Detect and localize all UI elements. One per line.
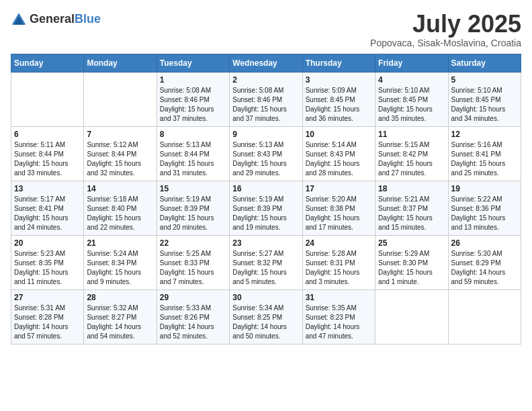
calendar-cell: 19Sunrise: 5:22 AM Sunset: 8:36 PM Dayli… [448,181,521,235]
logo-general: General [30,12,75,26]
day-number: 12 [451,130,518,139]
col-header-wednesday: Wednesday [230,54,302,72]
day-number: 20 [14,238,81,248]
day-number: 1 [160,75,226,85]
cell-content: Sunrise: 5:22 AM Sunset: 8:36 PM Dayligh… [451,195,518,232]
calendar-cell: 11Sunrise: 5:15 AM Sunset: 8:42 PM Dayli… [375,126,448,181]
cell-content: Sunrise: 5:17 AM Sunset: 8:41 PM Dayligh… [14,195,81,232]
day-number: 4 [378,75,445,85]
page-header: GeneralBlue July 2025 Popovaca, Sisak-Mo… [11,11,521,48]
cell-content: Sunrise: 5:16 AM Sunset: 8:41 PM Dayligh… [451,140,518,178]
cell-content: Sunrise: 5:09 AM Sunset: 8:45 PM Dayligh… [306,86,372,124]
calendar-cell: 24Sunrise: 5:28 AM Sunset: 8:31 PM Dayli… [302,235,375,289]
day-number: 30 [232,293,299,302]
day-number: 2 [232,75,299,85]
col-header-friday: Friday [375,54,448,72]
day-number: 25 [378,238,445,248]
calendar-cell: 21Sunrise: 5:24 AM Sunset: 8:34 PM Dayli… [84,235,157,289]
calendar-cell: 26Sunrise: 5:30 AM Sunset: 8:29 PM Dayli… [448,235,521,289]
calendar-cell [84,72,157,126]
cell-content: Sunrise: 5:32 AM Sunset: 8:27 PM Dayligh… [87,304,153,341]
cell-content: Sunrise: 5:11 AM Sunset: 8:44 PM Dayligh… [14,140,81,178]
calendar-cell: 29Sunrise: 5:33 AM Sunset: 8:26 PM Dayli… [157,289,229,344]
month-title: July 2025 [370,11,521,38]
calendar-cell [375,289,448,344]
calendar-cell: 27Sunrise: 5:31 AM Sunset: 8:28 PM Dayli… [11,289,84,344]
day-number: 18 [378,184,445,193]
calendar-cell: 13Sunrise: 5:17 AM Sunset: 8:41 PM Dayli… [11,181,84,235]
day-number: 28 [87,293,153,302]
col-header-tuesday: Tuesday [157,54,229,72]
cell-content: Sunrise: 5:27 AM Sunset: 8:32 PM Dayligh… [232,249,299,287]
day-number: 10 [306,130,372,139]
logo-text: GeneralBlue [30,12,101,26]
calendar-cell [448,289,521,344]
day-number: 31 [306,293,372,302]
calendar-cell: 4Sunrise: 5:10 AM Sunset: 8:45 PM Daylig… [375,72,448,126]
day-number: 7 [87,130,153,139]
logo: GeneralBlue [11,11,101,27]
calendar-cell: 12Sunrise: 5:16 AM Sunset: 8:41 PM Dayli… [448,126,521,181]
cell-content: Sunrise: 5:34 AM Sunset: 8:25 PM Dayligh… [232,304,299,341]
day-number: 21 [87,238,153,248]
calendar-cell: 9Sunrise: 5:13 AM Sunset: 8:43 PM Daylig… [230,126,302,181]
calendar-cell: 16Sunrise: 5:19 AM Sunset: 8:39 PM Dayli… [230,181,302,235]
calendar-cell: 22Sunrise: 5:25 AM Sunset: 8:33 PM Dayli… [157,235,229,289]
cell-content: Sunrise: 5:10 AM Sunset: 8:45 PM Dayligh… [451,86,518,124]
cell-content: Sunrise: 5:08 AM Sunset: 8:46 PM Dayligh… [232,86,299,124]
title-block: July 2025 Popovaca, Sisak-Moslavina, Cro… [370,11,521,48]
cell-content: Sunrise: 5:21 AM Sunset: 8:37 PM Dayligh… [378,195,445,232]
day-number: 27 [14,293,81,302]
logo-icon [11,11,27,27]
day-number: 8 [160,130,226,139]
calendar-cell: 5Sunrise: 5:10 AM Sunset: 8:45 PM Daylig… [448,72,521,126]
cell-content: Sunrise: 5:19 AM Sunset: 8:39 PM Dayligh… [160,195,226,232]
col-header-thursday: Thursday [302,54,375,72]
calendar-header-row: SundayMondayTuesdayWednesdayThursdayFrid… [11,54,521,72]
day-number: 3 [306,75,372,85]
calendar-cell [11,72,84,126]
calendar-week-1: 1Sunrise: 5:08 AM Sunset: 8:46 PM Daylig… [11,72,521,126]
calendar-cell: 2Sunrise: 5:08 AM Sunset: 8:46 PM Daylig… [230,72,302,126]
calendar-cell: 28Sunrise: 5:32 AM Sunset: 8:27 PM Dayli… [84,289,157,344]
calendar-cell: 1Sunrise: 5:08 AM Sunset: 8:46 PM Daylig… [157,72,229,126]
day-number: 23 [232,238,299,248]
calendar-cell: 8Sunrise: 5:13 AM Sunset: 8:44 PM Daylig… [157,126,229,181]
day-number: 26 [451,238,518,248]
cell-content: Sunrise: 5:10 AM Sunset: 8:45 PM Dayligh… [378,86,445,124]
day-number: 9 [232,130,299,139]
cell-content: Sunrise: 5:18 AM Sunset: 8:40 PM Dayligh… [87,195,153,232]
calendar-table: SundayMondayTuesdayWednesdayThursdayFrid… [11,54,521,345]
cell-content: Sunrise: 5:28 AM Sunset: 8:31 PM Dayligh… [306,249,372,287]
cell-content: Sunrise: 5:13 AM Sunset: 8:44 PM Dayligh… [160,140,226,178]
day-number: 24 [306,238,372,248]
day-number: 22 [160,238,226,248]
cell-content: Sunrise: 5:13 AM Sunset: 8:43 PM Dayligh… [232,140,299,178]
cell-content: Sunrise: 5:24 AM Sunset: 8:34 PM Dayligh… [87,249,153,287]
calendar-week-5: 27Sunrise: 5:31 AM Sunset: 8:28 PM Dayli… [11,289,521,344]
day-number: 11 [378,130,445,139]
cell-content: Sunrise: 5:31 AM Sunset: 8:28 PM Dayligh… [14,304,81,341]
day-number: 29 [160,293,226,302]
day-number: 6 [14,130,81,139]
col-header-sunday: Sunday [11,54,84,72]
cell-content: Sunrise: 5:19 AM Sunset: 8:39 PM Dayligh… [232,195,299,232]
day-number: 16 [232,184,299,193]
cell-content: Sunrise: 5:20 AM Sunset: 8:38 PM Dayligh… [306,195,372,232]
day-number: 13 [14,184,81,193]
day-number: 15 [160,184,226,193]
calendar-cell: 6Sunrise: 5:11 AM Sunset: 8:44 PM Daylig… [11,126,84,181]
cell-content: Sunrise: 5:25 AM Sunset: 8:33 PM Dayligh… [160,249,226,287]
calendar-week-3: 13Sunrise: 5:17 AM Sunset: 8:41 PM Dayli… [11,181,521,235]
logo-blue: Blue [75,12,101,26]
cell-content: Sunrise: 5:08 AM Sunset: 8:46 PM Dayligh… [160,86,226,124]
cell-content: Sunrise: 5:29 AM Sunset: 8:30 PM Dayligh… [378,249,445,287]
cell-content: Sunrise: 5:35 AM Sunset: 8:23 PM Dayligh… [306,304,372,341]
cell-content: Sunrise: 5:15 AM Sunset: 8:42 PM Dayligh… [378,140,445,178]
cell-content: Sunrise: 5:12 AM Sunset: 8:44 PM Dayligh… [87,140,153,178]
day-number: 19 [451,184,518,193]
calendar-week-4: 20Sunrise: 5:23 AM Sunset: 8:35 PM Dayli… [11,235,521,289]
calendar-cell: 30Sunrise: 5:34 AM Sunset: 8:25 PM Dayli… [230,289,302,344]
cell-content: Sunrise: 5:14 AM Sunset: 8:43 PM Dayligh… [306,140,372,178]
calendar-week-2: 6Sunrise: 5:11 AM Sunset: 8:44 PM Daylig… [11,126,521,181]
